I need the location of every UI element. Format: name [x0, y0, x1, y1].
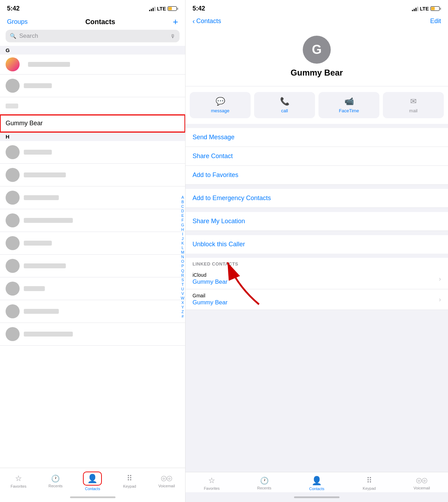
- list-item[interactable]: [0, 164, 185, 186]
- alpha-C[interactable]: C: [181, 204, 184, 208]
- alpha-T[interactable]: T: [181, 282, 184, 287]
- home-indicator-right: [186, 492, 448, 502]
- blurred-name: [24, 172, 66, 177]
- avatar: [6, 282, 20, 296]
- battery-icon-right: [430, 6, 441, 11]
- avatar: [6, 191, 20, 205]
- alpha-I[interactable]: I: [182, 232, 183, 236]
- mail-button[interactable]: ✉ mail: [383, 92, 444, 118]
- facetime-label: FaceTime: [339, 108, 359, 113]
- tab-voicemail-right[interactable]: ⦾⦾ Voicemail: [410, 477, 434, 490]
- list-item[interactable]: [0, 75, 185, 97]
- list-item[interactable]: [0, 300, 185, 323]
- alpha-Z[interactable]: Z: [181, 310, 184, 314]
- message-icon: 💬: [216, 97, 225, 106]
- list-item[interactable]: [0, 55, 185, 75]
- add-contact-button[interactable]: +: [173, 17, 178, 26]
- back-button[interactable]: ‹ Contacts: [192, 17, 221, 25]
- list-item[interactable]: [0, 141, 185, 164]
- search-input[interactable]: Search: [19, 33, 167, 40]
- unblock-option[interactable]: Unblock this Caller: [186, 235, 448, 254]
- back-label: Contacts: [196, 17, 221, 25]
- tab-keypad-left[interactable]: ⠿ Keypad: [117, 474, 142, 488]
- mic-icon[interactable]: 🎙: [170, 33, 175, 39]
- avatar: [6, 304, 20, 318]
- share-contact-option[interactable]: Share Contact: [186, 147, 448, 166]
- list-item[interactable]: [0, 255, 185, 277]
- alpha-W[interactable]: W: [181, 296, 184, 300]
- alpha-D[interactable]: D: [181, 209, 184, 213]
- alpha-H[interactable]: H: [181, 227, 184, 231]
- tab-keypad-right[interactable]: ⠿ Keypad: [357, 476, 382, 490]
- right-panel: 5:42 LTE ‹ Contacts Edit G: [186, 0, 448, 502]
- tab-voicemail-left[interactable]: ⦾⦾ Voicemail: [154, 475, 179, 488]
- alpha-R[interactable]: R: [181, 273, 184, 277]
- call-button[interactable]: 📞 call: [254, 92, 315, 118]
- keypad-label-right: Keypad: [363, 486, 376, 490]
- add-favorites-label: Add to Favorites: [192, 171, 238, 178]
- facetime-button[interactable]: 📹 FaceTime: [318, 92, 379, 118]
- alpha-F[interactable]: F: [181, 218, 184, 222]
- voicemail-label-left: Voicemail: [159, 484, 175, 488]
- contacts-tab-highlight: 👤: [83, 472, 102, 486]
- list-item[interactable]: [0, 323, 185, 346]
- keypad-label-left: Keypad: [123, 484, 136, 488]
- alpha-Y[interactable]: Y: [181, 305, 184, 309]
- search-bar[interactable]: 🔍 Search 🎙: [6, 30, 180, 42]
- linked-icloud-row[interactable]: iCloud Gummy Bear ›: [186, 269, 448, 289]
- share-location-label: Share My Location: [192, 218, 245, 225]
- options-section-4: Unblock this Caller: [186, 235, 448, 254]
- alpha-G[interactable]: G: [181, 222, 184, 227]
- alphabet-index[interactable]: A B C D E F G H I J K L M N O P Q R S T …: [181, 195, 184, 319]
- avatar: [6, 213, 20, 227]
- avatar: [6, 79, 20, 93]
- emergency-contacts-option[interactable]: Add to Emergency Contacts: [186, 189, 448, 208]
- alpha-V[interactable]: V: [181, 291, 184, 296]
- tab-favorites-right[interactable]: ☆ Favorites: [200, 476, 224, 490]
- groups-button[interactable]: Groups: [7, 18, 28, 26]
- tab-favorites-left[interactable]: ☆ Favorites: [6, 474, 31, 488]
- signal-icon: [149, 6, 155, 11]
- tab-contacts-right[interactable]: 👤 Contacts: [304, 476, 329, 491]
- blurred-name: [24, 83, 52, 88]
- list-item[interactable]: [0, 97, 185, 115]
- tab-recents-left[interactable]: 🕐 Recents: [43, 474, 68, 488]
- alpha-N[interactable]: N: [181, 255, 184, 259]
- send-message-option[interactable]: Send Message: [186, 128, 448, 147]
- contacts-label-right: Contacts: [309, 487, 324, 491]
- alpha-J[interactable]: J: [182, 236, 184, 241]
- alpha-P[interactable]: P: [181, 264, 184, 268]
- list-item[interactable]: [0, 232, 185, 255]
- linked-gmail-name: Gummy Bear: [192, 299, 227, 306]
- alpha-A[interactable]: A: [181, 195, 184, 199]
- share-location-option[interactable]: Share My Location: [186, 212, 448, 231]
- linked-gmail-row[interactable]: Gmail Gummy Bear ›: [186, 289, 448, 310]
- add-favorites-option[interactable]: Add to Favorites: [186, 166, 448, 185]
- avatar: [6, 145, 20, 159]
- list-item[interactable]: [0, 209, 185, 232]
- alpha-X[interactable]: X: [181, 301, 184, 305]
- alpha-E[interactable]: E: [181, 213, 184, 218]
- alpha-K[interactable]: K: [181, 241, 184, 245]
- alpha-M[interactable]: M: [181, 250, 184, 254]
- alpha-hash[interactable]: #: [182, 314, 184, 318]
- list-item[interactable]: [0, 277, 185, 300]
- contact-name: Gummy Bear: [6, 120, 43, 127]
- list-item[interactable]: [0, 186, 185, 209]
- tab-contacts-left[interactable]: 👤 Contacts: [80, 472, 105, 491]
- gummy-bear-contact[interactable]: Gummy Bear: [0, 115, 185, 132]
- favorites-label-right: Favorites: [204, 486, 219, 490]
- edit-button[interactable]: Edit: [430, 17, 441, 25]
- message-button[interactable]: 💬 message: [190, 92, 251, 118]
- alpha-B[interactable]: B: [181, 200, 184, 204]
- alpha-L[interactable]: L: [182, 246, 184, 250]
- home-bar-left: [70, 496, 115, 498]
- alpha-U[interactable]: U: [181, 287, 184, 291]
- tab-recents-right[interactable]: 🕐 Recents: [252, 476, 276, 490]
- linked-icloud-info: iCloud Gummy Bear: [192, 272, 227, 285]
- alpha-Q[interactable]: Q: [181, 268, 184, 273]
- alpha-S[interactable]: S: [181, 277, 184, 282]
- alpha-O[interactable]: O: [181, 259, 184, 263]
- time-left: 5:42: [7, 5, 20, 12]
- options-section-3: Share My Location: [186, 212, 448, 231]
